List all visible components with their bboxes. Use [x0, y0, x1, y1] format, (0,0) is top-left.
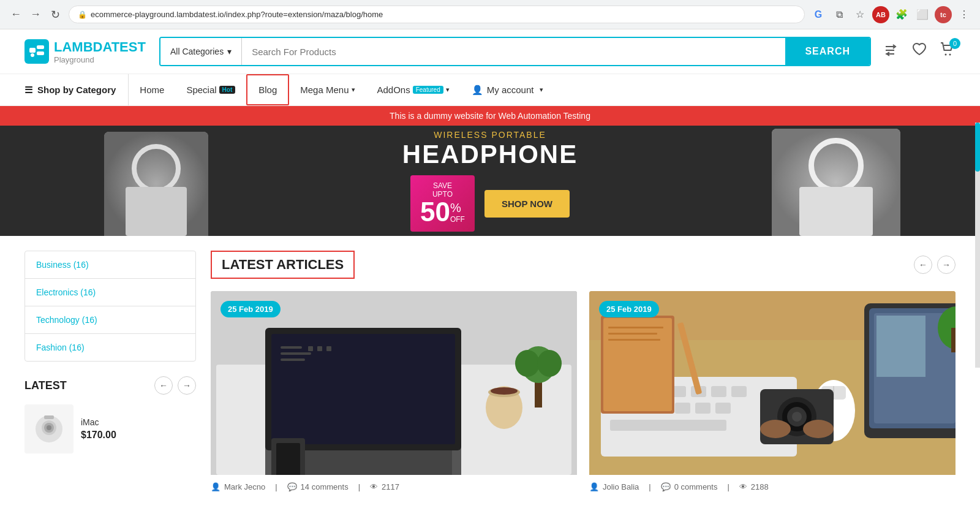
person-icon: 👤 [472, 85, 483, 96]
nav-blog[interactable]: Blog [246, 74, 289, 105]
svg-rect-1 [37, 45, 44, 49]
hero-content: WIRELESS PORTABLE HEADPHONE SAVE UPTO 50… [402, 130, 578, 232]
nav-home[interactable]: Home [129, 74, 175, 105]
nav-my-account[interactable]: 👤 My account ▾ [461, 74, 555, 105]
category-item-business[interactable]: Business (16) [25, 251, 195, 279]
latest-header: LATEST ← → [24, 376, 196, 395]
forward-button[interactable]: → [27, 6, 44, 23]
profile-avatar[interactable]: AB [872, 6, 889, 23]
search-input[interactable] [242, 38, 785, 65]
offer-percent-number: 50 [420, 199, 450, 226]
nav-addons[interactable]: AddOns Featured ▾ [366, 74, 461, 105]
comment-icon-2: 💬 [661, 482, 671, 491]
offer-box: SAVE UPTO 50 % OFF [410, 175, 475, 232]
product-name: iMac [81, 417, 196, 427]
shop-by-category-label: Shop by Category [37, 85, 116, 95]
back-button[interactable]: ← [7, 6, 24, 23]
latest-nav-arrows: ← → [154, 376, 196, 395]
svg-rect-19 [281, 352, 311, 355]
scroll-indicator[interactable] [975, 123, 980, 368]
article-2-author: 👤 Jolio Balia [589, 482, 639, 491]
svg-rect-42 [731, 386, 747, 397]
svg-rect-65 [608, 327, 663, 328]
articles-title: LATEST ARTICLES [211, 251, 355, 279]
compare-icon[interactable] [883, 42, 899, 61]
eye-icon-1: 👁 [370, 482, 378, 491]
articles-grid: 25 Feb 2019 👤 Mark Jecno | 💬 14 comments… [211, 291, 956, 491]
svg-rect-2 [37, 51, 44, 55]
svg-rect-48 [715, 403, 731, 414]
person-icon-1: 👤 [211, 482, 221, 491]
svg-point-73 [792, 412, 802, 422]
browser-action-buttons: G ⧉ ☆ AB 🧩 ⬜ tc ⋮ [810, 6, 973, 23]
search-button[interactable]: SEARCH [785, 38, 870, 65]
svg-point-9 [47, 425, 51, 430]
menu-icon[interactable]: ⋮ [956, 6, 973, 23]
reload-button[interactable]: ↻ [47, 6, 64, 23]
eye-icon-2: 👁 [739, 482, 747, 491]
category-dropdown[interactable]: All Categories ▾ [160, 38, 242, 65]
featured-badge: Featured [413, 86, 443, 94]
svg-point-26 [491, 387, 518, 395]
window-icon[interactable]: ⬜ [914, 6, 931, 23]
category-item-fashion[interactable]: Fashion (16) [25, 334, 195, 361]
svg-rect-46 [675, 403, 690, 414]
offer-symbols: % OFF [450, 199, 465, 224]
bookmark-icon[interactable]: ☆ [851, 6, 869, 23]
logo-area: LAMBDATEST Playground [24, 39, 147, 64]
svg-rect-66 [608, 333, 657, 335]
nav-mega-menu[interactable]: Mega Menu ▾ [289, 74, 366, 105]
svg-rect-61 [876, 316, 925, 377]
lock-icon: 🔒 [78, 10, 87, 19]
article-2-views: 👁 2188 [739, 482, 769, 491]
article-image-2: 25 Feb 2019 [589, 291, 956, 475]
product-info: iMac $170.00 [81, 417, 196, 441]
latest-next-arrow[interactable]: → [178, 376, 196, 395]
article-card-1[interactable]: 25 Feb 2019 👤 Mark Jecno | 💬 14 comments… [211, 291, 577, 491]
svg-rect-17 [271, 334, 455, 444]
svg-rect-67 [608, 339, 660, 341]
sidebar: Business (16) Electronics (16) Technolog… [24, 251, 196, 491]
logo-brand: LAMBDATEST [54, 39, 146, 55]
shop-now-button[interactable]: SHOP NOW [484, 190, 570, 218]
article-card-2[interactable]: 25 Feb 2019 👤 Jolio Balia | 💬 0 comments… [589, 291, 956, 491]
address-bar[interactable]: 🔒 ecommerce-playground.lambdatest.io/ind… [69, 6, 805, 23]
site-header: LAMBDATEST Playground All Categories ▾ S… [0, 29, 980, 74]
extensions-icon[interactable]: ⧉ [831, 6, 848, 23]
scroll-thumb[interactable] [975, 123, 980, 172]
svg-rect-23 [326, 346, 331, 351]
hamburger-icon: ☰ [24, 85, 32, 96]
hero-offer: SAVE UPTO 50 % OFF SHOP NOW [402, 175, 578, 232]
articles-nav-arrows: ← → [914, 256, 956, 274]
article-1-author: 👤 Mark Jecno [211, 482, 265, 491]
person-icon-2: 👤 [589, 482, 599, 491]
product-item-imac: iMac $170.00 [24, 404, 196, 453]
svg-rect-10 [44, 415, 54, 419]
browser-chrome: ← → ↻ 🔒 ecommerce-playground.lambdatest.… [0, 0, 980, 29]
product-thumbnail [24, 404, 74, 453]
latest-prev-arrow[interactable]: ← [154, 376, 173, 395]
cart-icon[interactable]: 0 [940, 42, 956, 61]
offer-symbol: % [450, 201, 461, 215]
puzzle-icon[interactable]: 🧩 [893, 6, 910, 23]
svg-point-75 [803, 420, 834, 438]
category-item-electronics[interactable]: Electronics (16) [25, 279, 195, 306]
main-content: Business (16) Electronics (16) Technolog… [0, 236, 980, 506]
wishlist-icon[interactable] [911, 42, 927, 61]
mega-menu-chevron: ▾ [352, 86, 355, 94]
offer-percent-container: 50 % OFF [420, 199, 465, 226]
shop-by-category[interactable]: ☰ Shop by Category [24, 74, 129, 105]
offer-off: OFF [450, 215, 465, 224]
content-area: LATEST ARTICLES ← → [211, 251, 956, 491]
category-item-technology[interactable]: Technology (16) [25, 306, 195, 334]
user-avatar-2[interactable]: tc [935, 6, 952, 23]
nav-special[interactable]: Special Hot [175, 74, 246, 105]
site-navigation: ☰ Shop by Category Home Special Hot Blog… [0, 74, 980, 106]
google-icon[interactable]: G [810, 6, 827, 23]
svg-rect-28 [276, 443, 300, 475]
svg-point-5 [949, 54, 951, 56]
article-1-date-badge: 25 Feb 2019 [221, 301, 281, 317]
articles-next-arrow[interactable]: → [937, 256, 956, 274]
articles-prev-arrow[interactable]: ← [914, 256, 932, 274]
hero-model-left [98, 129, 214, 236]
